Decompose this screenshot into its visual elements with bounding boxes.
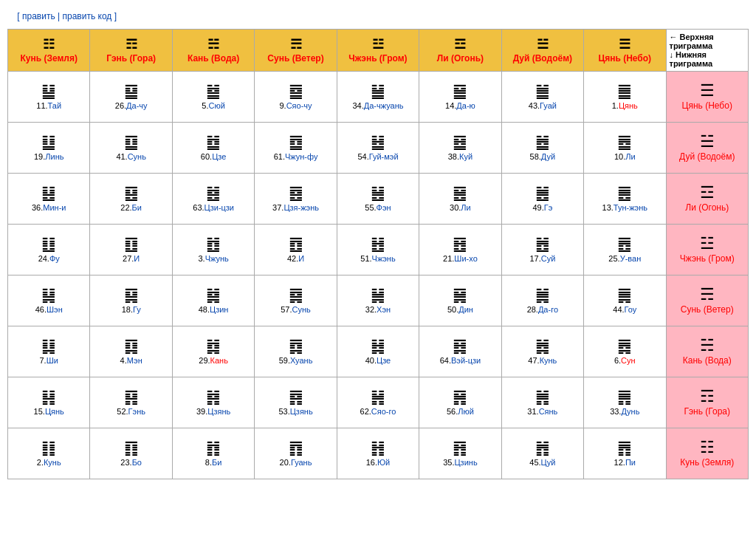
hex-link[interactable]: Дин (458, 305, 473, 314)
hex-link[interactable]: Суй (541, 254, 556, 263)
hex-link[interactable]: Сяо-чу (286, 101, 312, 110)
hex-link[interactable]: Вэй-цзи (451, 356, 481, 365)
hex-link[interactable]: Люй (458, 407, 474, 416)
hex-link[interactable]: Ли (625, 152, 635, 161)
edit-code-link[interactable]: править код (62, 11, 111, 21)
hex-link[interactable]: Кань (210, 356, 228, 365)
hex-symbol: ䷍ (453, 83, 467, 100)
hex-link[interactable]: Юй (377, 458, 390, 467)
cell-content: ䷙ 26.Да-чу (92, 75, 170, 119)
hex-link[interactable]: Цзи-цзи (205, 203, 234, 212)
hex-cell: ䷠ 33.Дунь (584, 377, 666, 428)
hex-link[interactable]: Да-чу (126, 101, 147, 110)
hex-link[interactable]: Цзянь (290, 407, 313, 416)
hex-name: 23.Бо (120, 458, 142, 467)
hex-link[interactable]: Сунь (292, 305, 311, 314)
hex-link[interactable]: Чжун-фу (285, 152, 317, 161)
hex-link[interactable]: Пи (625, 458, 636, 467)
cell-content: ䷇ 8.Би (174, 431, 252, 476)
hex-name: 36.Мин-и (32, 203, 66, 212)
col-trigram-name: Сунь (Ветер) (267, 53, 323, 64)
row-header: ☷ Кунь (Земля) (666, 428, 749, 479)
hex-link[interactable]: Тун-жэнь (614, 203, 647, 212)
row-trigram-name: Чжэнь (Гром) (680, 253, 735, 264)
hex-cell: ䷿ 64.Вэй-цзи (419, 326, 501, 377)
edit-link[interactable]: править (22, 11, 55, 21)
col-trigram-name: Кунь (Земля) (20, 53, 77, 64)
hex-link[interactable]: Цзинь (454, 458, 477, 467)
hex-link[interactable]: Гу (133, 305, 141, 314)
hex-link[interactable]: Фэн (377, 203, 391, 212)
hex-link[interactable]: Гуай (540, 101, 557, 110)
hex-link[interactable]: Мэн (127, 356, 142, 365)
hex-link[interactable]: Цзин (210, 305, 228, 314)
col-header-0: ☷Кунь (Земля) (8, 30, 90, 72)
hex-link[interactable]: Кунь (540, 356, 557, 365)
row-trigram-name: Сунь (Ветер) (681, 304, 734, 315)
hex-link[interactable]: Гэнь (128, 407, 145, 416)
hex-link[interactable]: Да-чжуань (364, 101, 404, 110)
hex-link[interactable]: Куй (459, 152, 472, 161)
hex-link[interactable]: Гоу (625, 305, 637, 314)
cell-content: ䷄ 5.Сюй (174, 75, 252, 119)
hex-link[interactable]: Сун (621, 356, 636, 365)
cell-content: ䷠ 33.Дунь (585, 380, 664, 425)
hex-link[interactable]: Бо (132, 458, 142, 467)
hex-link[interactable]: У-ван (620, 254, 642, 263)
hex-name: 22.Би (120, 203, 142, 212)
row-trigram-name: Цянь (Небо) (682, 100, 732, 111)
hex-symbol: ䷵ (371, 134, 385, 151)
hex-link[interactable]: Чжунь (205, 254, 229, 263)
hex-name: 54.Гуй-мэй (357, 152, 398, 161)
hex-link[interactable]: Цзя-жэнь (284, 203, 319, 212)
hex-link[interactable]: Гуй-мэй (369, 152, 399, 161)
hex-link[interactable]: Сунь (128, 152, 146, 161)
hex-link[interactable]: Да-го (538, 305, 558, 314)
cell-content: ䷤ 37.Цзя-жэнь (256, 177, 334, 221)
hex-name: 15.Цянь (34, 407, 64, 416)
hex-symbol: ䷈ (289, 83, 303, 100)
hex-link[interactable]: Ши-хо (454, 254, 477, 263)
hex-link[interactable]: Кунь (44, 458, 61, 467)
hex-link[interactable]: И (298, 254, 304, 263)
hex-link[interactable]: Да-ю (456, 101, 475, 110)
row-trigram-symbol: ☰ (700, 83, 715, 99)
hex-link[interactable]: Цзянь (207, 407, 230, 416)
arrow-cell: ← Верхняя триграмма↓ Нижняя триграмма (666, 30, 749, 72)
hex-link[interactable]: Хэн (377, 305, 391, 314)
hex-link[interactable]: Цянь (45, 407, 64, 416)
cell-content: ䷭ 46.Шэн (10, 278, 88, 323)
hex-link[interactable]: Ли (461, 203, 470, 212)
hex-link[interactable]: Мин-и (43, 203, 66, 212)
hex-link[interactable]: Шэн (47, 305, 63, 314)
hex-link[interactable]: Гэ (544, 203, 553, 212)
hex-link[interactable]: Хуань (290, 356, 312, 365)
hex-link[interactable]: Сюй (209, 101, 225, 110)
hex-symbol: ䷷ (453, 389, 467, 405)
hex-link[interactable]: Ши (47, 356, 58, 365)
col-trigram-symbol: ☴ (256, 37, 334, 53)
hex-link[interactable]: Гуань (291, 458, 312, 467)
hex-link[interactable]: Би (212, 458, 221, 467)
hex-link[interactable]: Би (132, 203, 142, 212)
hex-link[interactable]: Цуй (541, 458, 556, 467)
hex-link[interactable]: Линь (45, 152, 63, 161)
hex-link[interactable]: Цзе (377, 356, 391, 365)
hex-link[interactable]: Дуй (541, 152, 555, 161)
cell-content: ䷲ 51.Чжэнь (339, 227, 417, 272)
hex-symbol: ䷙ (124, 83, 139, 100)
hex-link[interactable]: Фу (49, 254, 60, 263)
hex-link[interactable]: Чжэнь (372, 254, 396, 263)
edit-links[interactable]: [ править | править код ] (15, 11, 117, 21)
cell-content: ䷦ 39.Цзянь (174, 380, 252, 425)
hex-link[interactable]: Дунь (621, 407, 639, 416)
col-trigram-symbol: ☰ (585, 37, 664, 53)
hex-link[interactable]: Сяо-го (371, 407, 396, 416)
hex-link[interactable]: И (134, 254, 140, 263)
hex-link[interactable]: Цянь (619, 101, 638, 110)
hex-symbol: ䷘ (617, 236, 632, 253)
hex-link[interactable]: Цзе (212, 152, 226, 161)
hex-link[interactable]: Тай (48, 101, 62, 110)
hex-symbol: ䷛ (535, 287, 550, 304)
hex-link[interactable]: Сянь (539, 407, 558, 416)
